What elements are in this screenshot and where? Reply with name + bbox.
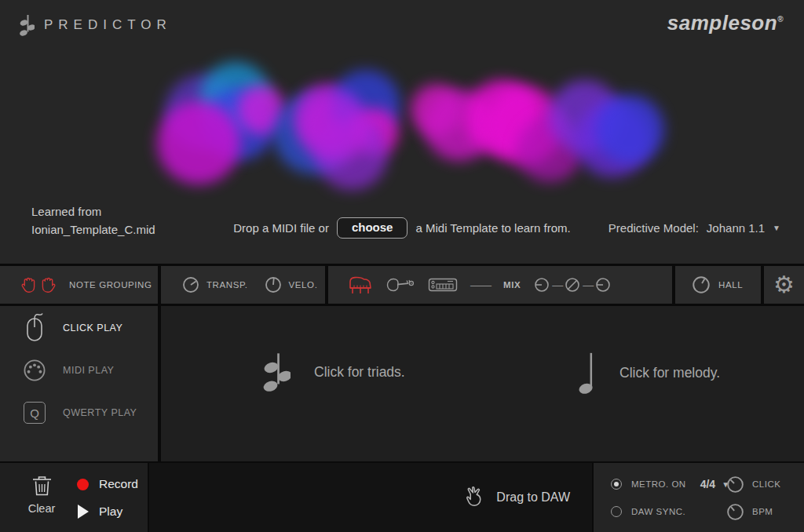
transpose-label: TRANSP. bbox=[206, 280, 248, 290]
knob-chain-dash: — bbox=[583, 279, 593, 291]
predictive-model-value: Johann 1.1 bbox=[707, 221, 765, 235]
record-label: Record bbox=[99, 477, 138, 491]
bpm-knob-label: BPM bbox=[752, 507, 773, 516]
choose-file-button[interactable]: choose bbox=[337, 217, 408, 239]
mix-knob-3[interactable] bbox=[594, 276, 612, 293]
drag-hand-icon bbox=[463, 484, 485, 511]
gear-icon[interactable]: ⚙ bbox=[773, 273, 795, 297]
trash-icon bbox=[31, 474, 53, 498]
quarter-note-icon bbox=[579, 350, 596, 395]
bpm-knob bbox=[725, 502, 745, 522]
velocity-label: VELO. bbox=[289, 280, 318, 290]
violin-instrument-button[interactable] bbox=[386, 276, 415, 293]
daw-sync-label: DAW SYNC. bbox=[631, 507, 685, 516]
hall-label: HALL bbox=[718, 280, 743, 290]
clear-label: Clear bbox=[24, 502, 60, 515]
note-grouping-section: NOTE GROUPING bbox=[0, 266, 158, 304]
mouse-icon bbox=[17, 312, 52, 344]
knob-chain-dash: — bbox=[552, 279, 562, 291]
toolbar: NOTE GROUPING TRANSP. VELO. bbox=[0, 264, 804, 306]
sampleson-brand-logo: sampleson® bbox=[667, 11, 784, 35]
sidebar-item-label: MIDI PLAY bbox=[63, 365, 114, 376]
click-knob-label: CLICK bbox=[752, 479, 780, 489]
click-volume-knob-group[interactable]: CLICK bbox=[725, 475, 793, 494]
melody-click-area[interactable]: Click for melody. bbox=[579, 350, 720, 395]
piano-instrument-button[interactable] bbox=[347, 274, 373, 296]
hall-section: HALL bbox=[675, 266, 761, 304]
velocity-knob[interactable] bbox=[264, 275, 283, 294]
bpm-knob-group[interactable]: BPM bbox=[725, 502, 793, 522]
clear-button[interactable]: Clear bbox=[24, 474, 60, 515]
play-triangle-icon bbox=[78, 505, 89, 519]
record-controls-panel bbox=[0, 463, 148, 532]
predictive-model-row: Predictive Model: Johann 1.1 ▼ bbox=[608, 221, 780, 235]
app-logo: PREDICTOR bbox=[17, 13, 172, 38]
transpose-velocity-section: TRANSP. VELO. bbox=[161, 266, 325, 304]
metro-on-radio[interactable] bbox=[611, 479, 622, 490]
drop-text-after: a Midi Template to learn from. bbox=[415, 221, 570, 235]
drag-to-daw-handle[interactable]: Drag to DAW bbox=[463, 463, 570, 532]
instrument-mix-section: —— MIX — — bbox=[328, 266, 672, 304]
predictive-model-dropdown[interactable]: Johann 1.1 ▼ bbox=[707, 221, 780, 235]
mix-knob-1[interactable] bbox=[533, 276, 550, 293]
chevron-down-icon: ▼ bbox=[773, 224, 780, 232]
qwerty-key-icon: Q bbox=[17, 402, 52, 424]
sidebar-item-click-play[interactable]: CLICK PLAY bbox=[0, 308, 158, 348]
triads-click-label: Click for triads. bbox=[314, 364, 405, 381]
triads-click-area[interactable]: Click for triads. bbox=[259, 349, 405, 395]
mix-separator-dash: —— bbox=[470, 279, 491, 291]
right-hand-icon bbox=[40, 276, 57, 294]
drag-panel: Drag to DAW bbox=[149, 463, 592, 532]
predictor-app-window: PREDICTOR sampleson® Learned from Ionian… bbox=[0, 0, 804, 532]
midi-connector-icon bbox=[17, 358, 52, 383]
daw-sync-radio[interactable] bbox=[611, 506, 622, 517]
time-signature-value: 4/4 bbox=[700, 478, 715, 490]
header-panel: PREDICTOR sampleson® Learned from Ionian… bbox=[0, 0, 804, 264]
daw-sync-row: DAW SYNC. BPM bbox=[611, 506, 793, 517]
transpose-knob[interactable] bbox=[181, 275, 200, 294]
sync-panel: METRO. ON 4/4 ▼ CLICK DAW SYNC. bbox=[594, 463, 804, 532]
left-hand-icon bbox=[20, 276, 37, 294]
mix-label: MIX bbox=[503, 280, 521, 290]
sidebar-item-label: CLICK PLAY bbox=[63, 322, 122, 333]
triad-note-icon bbox=[259, 349, 291, 395]
play-button[interactable]: Play bbox=[78, 505, 122, 519]
grand-piano-icon bbox=[347, 274, 373, 296]
play-mode-sidebar: CLICK PLAY MIDI PLAY Q QWERTY PLAY bbox=[0, 306, 158, 461]
note-grouping-label: NOTE GROUPING bbox=[69, 280, 152, 290]
registered-mark: ® bbox=[777, 15, 784, 24]
hall-knob[interactable] bbox=[691, 275, 711, 295]
note-grouping-toggle[interactable] bbox=[20, 276, 57, 294]
synth-instrument-button[interactable] bbox=[428, 275, 458, 294]
sidebar-item-midi-play[interactable]: MIDI PLAY bbox=[0, 350, 158, 391]
synth-keyboard-icon bbox=[428, 275, 458, 294]
violin-icon bbox=[386, 276, 415, 293]
drop-text-before: Drop a MIDI file or bbox=[233, 221, 329, 235]
mix-knob-chain: — — bbox=[533, 276, 612, 293]
sidebar-item-qwerty-play[interactable]: Q QWERTY PLAY bbox=[0, 392, 158, 433]
play-label: Play bbox=[99, 505, 122, 519]
qwerty-key-letter: Q bbox=[30, 406, 39, 420]
app-title: PREDICTOR bbox=[44, 17, 172, 33]
metronome-row: METRO. ON 4/4 ▼ CLICK bbox=[611, 478, 793, 490]
metro-on-label: METRO. ON bbox=[631, 479, 686, 489]
sidebar-item-label: QWERTY PLAY bbox=[63, 407, 137, 418]
mix-knob-2[interactable] bbox=[564, 276, 581, 293]
click-knob bbox=[725, 475, 745, 494]
record-button[interactable]: Record bbox=[77, 477, 138, 491]
triad-note-logo-icon bbox=[17, 13, 35, 38]
record-dot-icon bbox=[77, 479, 89, 490]
performance-panel: Click for triads. Click for melody. bbox=[161, 306, 804, 461]
settings-section: ⚙ bbox=[764, 266, 804, 304]
melody-click-label: Click for melody. bbox=[619, 365, 720, 381]
drag-to-daw-label: Drag to DAW bbox=[496, 490, 570, 505]
predictive-model-label: Predictive Model: bbox=[608, 221, 699, 235]
